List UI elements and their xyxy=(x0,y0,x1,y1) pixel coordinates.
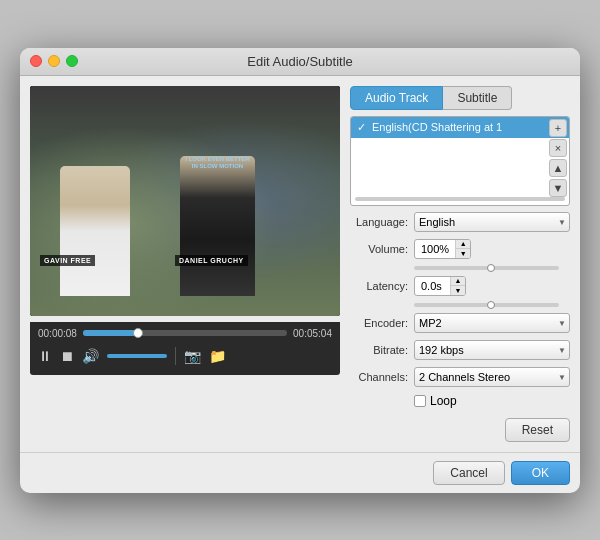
channels-label: Channels: xyxy=(350,371,408,383)
time-row: 00:00:08 00:05:04 xyxy=(38,328,332,339)
channels-control: 1 Channel (Mono) 2 Channels Stereo 5.1 S… xyxy=(414,367,570,387)
pause-button[interactable]: ⏸ xyxy=(38,348,52,364)
ok-button[interactable]: OK xyxy=(511,461,570,485)
latency-slider-row xyxy=(414,303,570,307)
folder-button[interactable]: 📁 xyxy=(209,348,226,364)
track-actions: + × ▲ ▼ xyxy=(549,119,567,197)
loop-checkbox[interactable] xyxy=(414,395,426,407)
loop-row: Loop xyxy=(414,394,570,408)
current-time: 00:00:08 xyxy=(38,328,77,339)
latency-label: Latency: xyxy=(350,280,408,292)
divider xyxy=(175,347,176,365)
progress-area: 00:00:08 00:05:04 ⏸ ⏹ 🔊 📷 📁 xyxy=(30,322,340,375)
check-icon: ✓ xyxy=(357,121,366,134)
cancel-button[interactable]: Cancel xyxy=(433,461,504,485)
channels-select[interactable]: 1 Channel (Mono) 2 Channels Stereo 5.1 S… xyxy=(414,367,570,387)
language-label: Language: xyxy=(350,216,408,228)
track-label: English(CD Shattering at 1 xyxy=(372,121,502,133)
language-row: Language: English French Spanish ▼ xyxy=(350,212,570,232)
volume-label: Volume: xyxy=(350,243,408,255)
language-select[interactable]: English French Spanish xyxy=(414,212,570,232)
volume-value: 100% xyxy=(415,243,455,255)
bottom-buttons: Cancel OK xyxy=(20,452,580,493)
move-up-button[interactable]: ▲ xyxy=(549,159,567,177)
latency-up-button[interactable]: ▲ xyxy=(451,277,465,286)
dialog-title: Edit Audio/Subtitle xyxy=(247,54,353,69)
encoder-label: Encoder: xyxy=(350,317,408,329)
tab-audio-track[interactable]: Audio Track xyxy=(350,86,443,110)
bitrate-label: Bitrate: xyxy=(350,344,408,356)
dialog-body: I LOOK EVEN BETTER IN SLOW MOTION GAVIN … xyxy=(20,76,580,452)
latency-slider-track[interactable] xyxy=(414,303,559,307)
add-track-button[interactable]: + xyxy=(549,119,567,137)
remove-track-button[interactable]: × xyxy=(549,139,567,157)
stop-button[interactable]: ⏹ xyxy=(60,348,74,364)
latency-row: Latency: 0.0s ▲ ▼ xyxy=(350,276,570,296)
bitrate-control: 128 kbps 192 kbps 256 kbps ▼ xyxy=(414,340,570,360)
volume-spinner-btns: ▲ ▼ xyxy=(455,240,470,258)
volume-slider-track[interactable] xyxy=(414,266,559,270)
close-button[interactable] xyxy=(30,55,42,67)
total-time: 00:05:04 xyxy=(293,328,332,339)
title-bar: Edit Audio/Subtitle xyxy=(20,48,580,76)
video-player: I LOOK EVEN BETTER IN SLOW MOTION GAVIN … xyxy=(30,86,340,316)
latency-spinner: 0.0s ▲ ▼ xyxy=(414,276,466,296)
volume-control: 100% ▲ ▼ xyxy=(414,239,570,259)
volume-spinner: 100% ▲ ▼ xyxy=(414,239,471,259)
track-list: ✓ English(CD Shattering at 1 + × ▲ ▼ xyxy=(350,116,570,206)
video-scene: I LOOK EVEN BETTER IN SLOW MOTION GAVIN … xyxy=(30,86,340,316)
left-panel: I LOOK EVEN BETTER IN SLOW MOTION GAVIN … xyxy=(30,86,340,442)
progress-bar-fill xyxy=(83,330,138,336)
progress-bar[interactable] xyxy=(83,330,287,336)
person-left xyxy=(60,166,130,296)
name-bar-right: DANIEL GRUCHY xyxy=(175,255,248,266)
latency-value: 0.0s xyxy=(415,280,450,292)
encoder-select[interactable]: MP2 MP3 AAC xyxy=(414,313,570,333)
latency-slider-thumb[interactable] xyxy=(487,301,495,309)
shirt-text: I LOOK EVEN BETTER IN SLOW MOTION xyxy=(185,156,250,172)
controls-row: ⏸ ⏹ 🔊 📷 📁 xyxy=(38,343,332,369)
tabs: Audio Track Subtitle xyxy=(350,86,570,110)
scroll-thumb[interactable] xyxy=(355,197,565,201)
volume-down-button[interactable]: ▼ xyxy=(456,249,470,258)
bitrate-select[interactable]: 128 kbps 192 kbps 256 kbps xyxy=(414,340,570,360)
window-controls xyxy=(30,55,78,67)
volume-up-button[interactable]: ▲ xyxy=(456,240,470,249)
volume-icon[interactable]: 🔊 xyxy=(82,348,99,364)
edit-audio-subtitle-dialog: Edit Audio/Subtitle I LOOK EVEN BETTER I… xyxy=(20,48,580,493)
maximize-button[interactable] xyxy=(66,55,78,67)
encoder-select-wrapper: MP2 MP3 AAC ▼ xyxy=(414,313,570,333)
latency-spinner-btns: ▲ ▼ xyxy=(450,277,465,295)
bitrate-select-wrapper: 128 kbps 192 kbps 256 kbps ▼ xyxy=(414,340,570,360)
encoder-control: MP2 MP3 AAC ▼ xyxy=(414,313,570,333)
language-select-wrapper: English French Spanish ▼ xyxy=(414,212,570,232)
track-item-0[interactable]: ✓ English(CD Shattering at 1 xyxy=(351,117,569,138)
loop-label: Loop xyxy=(430,394,457,408)
name-bar-left: GAVIN FREE xyxy=(40,255,95,266)
language-control: English French Spanish ▼ xyxy=(414,212,570,232)
channels-row: Channels: 1 Channel (Mono) 2 Channels St… xyxy=(350,367,570,387)
volume-row: Volume: 100% ▲ ▼ xyxy=(350,239,570,259)
right-panel: Audio Track Subtitle ✓ English(CD Shatte… xyxy=(350,86,570,442)
encoder-row: Encoder: MP2 MP3 AAC ▼ xyxy=(350,313,570,333)
latency-down-button[interactable]: ▼ xyxy=(451,286,465,295)
reset-button[interactable]: Reset xyxy=(505,418,570,442)
latency-control: 0.0s ▲ ▼ xyxy=(414,276,570,296)
person-right xyxy=(180,156,255,296)
minimize-button[interactable] xyxy=(48,55,60,67)
channels-select-wrapper: 1 Channel (Mono) 2 Channels Stereo 5.1 S… xyxy=(414,367,570,387)
move-down-button[interactable]: ▼ xyxy=(549,179,567,197)
progress-thumb[interactable] xyxy=(133,328,143,338)
volume-slider[interactable] xyxy=(107,354,167,358)
volume-slider-thumb[interactable] xyxy=(487,264,495,272)
bitrate-row: Bitrate: 128 kbps 192 kbps 256 kbps ▼ xyxy=(350,340,570,360)
volume-slider-row xyxy=(414,266,570,270)
tab-subtitle[interactable]: Subtitle xyxy=(443,86,512,110)
snapshot-button[interactable]: 📷 xyxy=(184,348,201,364)
